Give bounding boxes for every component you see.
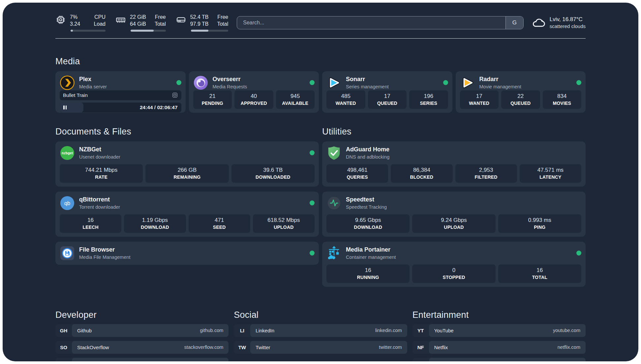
- portainer-app-link[interactable]: Media Portainer Container management: [326, 246, 581, 261]
- bookmark-dev[interactable]: DT DEV dev.to: [55, 358, 229, 361]
- stat-stopped: 0STOPPED: [412, 264, 495, 283]
- bookmark-reddit[interactable]: RE Reddit reddit.com: [412, 358, 586, 361]
- qbittorrent-card: qb qBittorrent Torrent downloader 16LEEC…: [55, 192, 319, 237]
- app-desc: Media File Management: [79, 255, 131, 260]
- portainer-stats: 16RUNNING 0STOPPED 16TOTAL: [326, 264, 581, 283]
- bookmark-pill: Github github.com: [72, 324, 229, 337]
- qbittorrent-icon: qb: [60, 196, 75, 211]
- plex-now-playing: Bullet Train 24:44 / 02:06:47: [60, 90, 181, 112]
- cpu-stat: 7% 3.24 CPU Load: [55, 14, 106, 32]
- bookmark-stackoverflow[interactable]: SO StackOverflow stackoverflow.com: [55, 341, 229, 354]
- bookmark-tag: TW: [234, 341, 250, 354]
- sonarr-app-link[interactable]: Sonarr Series management: [326, 75, 448, 90]
- stat-available: 945AVAILABLE: [276, 90, 315, 109]
- nzbget-card: nzbget NZBGet Usenet downloader 744.21 M…: [55, 141, 319, 187]
- playback-time: 24:44 / 02:06:47: [140, 105, 178, 110]
- memory-progress-bar: [131, 30, 166, 32]
- stat-downloaded: 39.6 TBDOWNLOADED: [231, 164, 315, 183]
- stat-label: QUEUED: [503, 101, 539, 106]
- section-title-media: Media: [55, 56, 586, 67]
- stat-filtered: 2,953FILTERED: [455, 164, 517, 183]
- memory-stat: 22 GiB 64 GiB Free Total: [115, 14, 166, 32]
- radarr-app-link[interactable]: Radarr Movie management: [460, 75, 582, 90]
- stat-value: 834: [544, 93, 580, 100]
- session-camera-icon[interactable]: [172, 92, 178, 98]
- cpu-label-1: CPU: [94, 14, 106, 21]
- bookmark-youtube[interactable]: YT YouTube youtube.com: [412, 324, 586, 337]
- search-input[interactable]: [237, 20, 505, 26]
- stat-value: 1.19 Gbps: [125, 217, 184, 224]
- cpu-percent: 7%: [70, 14, 80, 21]
- stat-label: BLOCKED: [392, 174, 451, 180]
- plex-app-link[interactable]: Plex Media server: [60, 75, 181, 90]
- bookmark-pill: Netflix netflix.com: [429, 341, 586, 354]
- disk-total: 97.9 TB: [190, 21, 209, 28]
- app-desc: Speedtest Tracking: [346, 204, 387, 210]
- stat-label: QUEUED: [369, 101, 406, 106]
- qbittorrent-stats: 16LEECH 1.19 GbpsDOWNLOAD 471SEED 618.52…: [60, 214, 315, 233]
- stat-label: LATENCY: [521, 174, 580, 180]
- stat-label: SERIES: [411, 101, 447, 106]
- adguard-icon: [326, 145, 342, 161]
- bookmark-name: StackOverflow: [77, 345, 109, 350]
- ram-icon: [115, 15, 126, 25]
- nzbget-app-link[interactable]: nzbget NZBGet Usenet downloader: [60, 145, 315, 161]
- cpu-label-2: Load: [94, 21, 106, 28]
- cloud-icon: [532, 16, 545, 29]
- radarr-card: Radarr Movie management 17WANTED 22QUEUE…: [456, 71, 586, 113]
- bookmark-github[interactable]: GH Github github.com: [55, 324, 229, 337]
- weather-location-temp: Lviv, 16.87°C: [550, 16, 586, 23]
- search-engine-button[interactable]: G: [505, 16, 523, 29]
- now-playing-row: Bullet Train: [60, 90, 181, 100]
- system-stats: 7% 3.24 CPU Load 22 GiB: [55, 14, 228, 32]
- bookmark-name: Github: [77, 328, 92, 333]
- stat-value: 0: [413, 267, 494, 274]
- stat-label: STOPPED: [413, 275, 494, 280]
- filebrowser-app-link[interactable]: File Browser Media File Management: [60, 246, 315, 261]
- stat-value: 471: [190, 217, 249, 224]
- qbittorrent-app-link[interactable]: qb qBittorrent Torrent downloader: [60, 196, 315, 211]
- bookmark-netflix[interactable]: NF Netflix netflix.com: [412, 341, 586, 354]
- bookmark-url: youtube.com: [553, 328, 580, 333]
- stat-value: 21: [195, 93, 231, 100]
- stat-value: 9.24 Gbps: [413, 217, 494, 224]
- stat-latency: 47.571 msLATENCY: [520, 164, 581, 183]
- section-media: Media Plex Media server Bullet Train: [55, 56, 586, 113]
- bookmark-pill: StackOverflow stackoverflow.com: [72, 341, 229, 354]
- stat-label: PING: [500, 225, 580, 230]
- section-title-utilities: Utilities: [322, 127, 586, 137]
- bookmark-linkedin[interactable]: LI LinkedIn linkedin.com: [234, 324, 407, 337]
- app-name: Sonarr: [346, 76, 389, 83]
- portainer-card: Media Portainer Container management 16R…: [322, 242, 586, 287]
- stat-label: QUERIES: [328, 174, 387, 180]
- overseerr-app-link[interactable]: Overseerr Media Requests: [193, 75, 315, 90]
- section-documents: Documents & Files nzbget NZBGet Usenet d…: [55, 127, 319, 287]
- overseerr-icon: [193, 75, 208, 90]
- overseerr-card: Overseerr Media Requests 21PENDING 40APP…: [189, 71, 319, 113]
- app-desc: Torrent downloader: [79, 204, 120, 210]
- filebrowser-icon: [60, 246, 75, 261]
- bookmark-pill: LinkedIn linkedin.com: [250, 324, 407, 337]
- section-developer: Developer GH Github github.com SO StackO…: [55, 310, 229, 361]
- speedtest-app-link[interactable]: Speedtest Speedtest Tracking: [326, 196, 581, 211]
- app-desc: Container management: [346, 255, 396, 260]
- stat-movies: 834MOVIES: [543, 90, 582, 109]
- stat-approved: 40APPROVED: [234, 90, 273, 109]
- speedtest-icon: [326, 196, 342, 211]
- stat-label: AVAILABLE: [277, 101, 314, 106]
- section-entertainment: Entertainment YT YouTube youtube.com NF …: [412, 310, 586, 361]
- svg-text:qb: qb: [64, 200, 70, 206]
- bookmark-name: Twitter: [256, 345, 270, 350]
- plex-card: Plex Media server Bullet Train: [55, 71, 186, 113]
- bookmark-pill: Reddit reddit.com: [429, 358, 586, 361]
- stat-value: 498,461: [328, 167, 387, 173]
- bookmark-url: linkedin.com: [375, 328, 402, 333]
- bookmark-tag: YT: [412, 324, 429, 337]
- portainer-icon: [326, 246, 342, 261]
- plex-icon: [60, 75, 75, 90]
- adguard-app-link[interactable]: AdGuard Home DNS and adblocking: [326, 145, 581, 161]
- stat-seed: 471SEED: [189, 214, 250, 233]
- bookmark-twitter[interactable]: TW Twitter twitter.com: [234, 341, 407, 354]
- stat-upload: 618.52 MbpsUPLOAD: [253, 214, 315, 233]
- stat-value: 17: [369, 93, 406, 100]
